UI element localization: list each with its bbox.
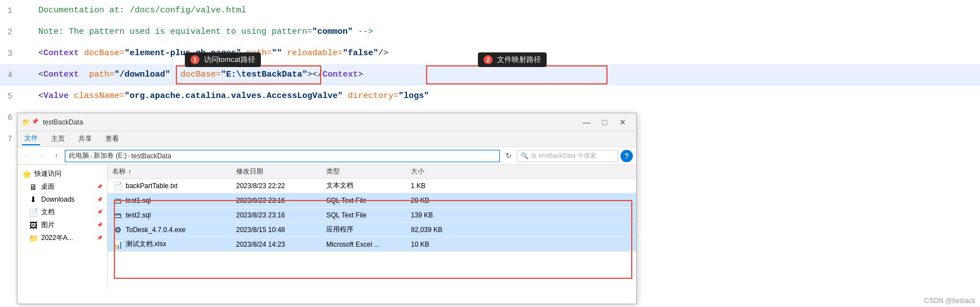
sidebar-downloads[interactable]: ⬇ Downloads 📌 xyxy=(17,193,107,206)
file-date-0: 2023/8/23 22:22 xyxy=(232,182,322,190)
sort-arrow-name: ↑ xyxy=(128,168,131,176)
line-number-3: 3 xyxy=(0,43,18,64)
csdn-watermark: CSDN @beiback xyxy=(924,297,975,305)
col-type-label: 类型 xyxy=(326,167,340,176)
folder-icon: 📁 xyxy=(22,118,30,126)
path-drive: 新加卷 (E:) xyxy=(94,151,127,161)
path-computer: 此电脑 xyxy=(69,151,89,161)
downloads-icon: ⬇ xyxy=(29,195,38,204)
folder-2022-icon: 📁 xyxy=(29,234,38,243)
sidebar: ⭐ 快速访问 🖥 桌面 📌 ⬇ Downloads 📌 📄 文档 📌 🖼 图片 xyxy=(17,165,108,289)
explorer-body: ⭐ 快速访问 🖥 桌面 📌 ⬇ Downloads 📌 📄 文档 📌 🖼 图片 xyxy=(17,165,636,289)
file-date-1: 2023/8/23 23:16 xyxy=(232,197,322,204)
line-number-1: 1 xyxy=(0,0,18,21)
file-name-label-1: test1.sql xyxy=(126,197,151,204)
line-number-7: 7 xyxy=(0,128,18,150)
file-size-1: 20 KB xyxy=(406,197,463,204)
file-size-0: 1 KB xyxy=(406,182,463,190)
pin-icon: 📌 xyxy=(32,118,38,126)
maximize-button[interactable]: □ xyxy=(596,114,614,130)
close-button[interactable]: ✕ xyxy=(614,114,632,130)
file-explorer-window: 📁 📌 testBackData — □ ✕ 文件 主页 共享 查看 ← → ↑… xyxy=(17,113,637,304)
file-row-2[interactable]: 🗃 test2.sql 2023/8/23 23:16 SQL Text Fil… xyxy=(108,208,636,223)
col-size[interactable]: 大小 xyxy=(406,167,463,176)
file-name-label-4: 测试文档.xlsx xyxy=(126,239,166,249)
ribbon-tab-home[interactable]: 主页 xyxy=(49,133,67,145)
code-line-2: 2 Note: The pattern used is equivalent t… xyxy=(0,21,980,43)
annotation-label-2: 文件映射路径 xyxy=(497,55,541,64)
pin-icon-downloads: 📌 xyxy=(97,197,103,202)
file-type-0: 文本文档 xyxy=(322,181,406,190)
line-content-5: <Valve className="org.apache.catalina.va… xyxy=(18,86,980,107)
col-name[interactable]: 名称 ↑ xyxy=(108,167,232,176)
file-size-2: 139 KB xyxy=(406,211,463,219)
annotation-tomcat-path: 1 访问tomcat路径 xyxy=(185,52,261,67)
sidebar-desktop[interactable]: 🖥 桌面 📌 xyxy=(17,180,107,193)
annotation-num-2: 2 xyxy=(484,55,493,64)
col-date[interactable]: 修改日期 xyxy=(232,167,322,176)
pin-icon-documents: 📌 xyxy=(97,210,103,215)
code-line-4: 4 <Context path="/download" docBase="E:\… xyxy=(0,64,980,86)
back-button[interactable]: ← xyxy=(21,150,33,162)
window-title: testBackData xyxy=(43,118,578,126)
line-number-6: 6 xyxy=(0,107,18,128)
col-size-label: 大小 xyxy=(411,167,424,176)
file-list: 名称 ↑ 修改日期 类型 大小 📄 backPartTable.txt xyxy=(108,165,636,289)
file-row-0[interactable]: 📄 backPartTable.txt 2023/8/23 22:22 文本文档… xyxy=(108,179,636,193)
file-name-label-2: test2.sql xyxy=(126,211,151,219)
annotation-file-path: 2 文件映射路径 xyxy=(478,52,547,67)
sidebar-label-pictures: 图片 xyxy=(41,220,55,230)
file-row-1[interactable]: 🗃 test1.sql 2023/8/23 23:16 SQL Text Fil… xyxy=(108,193,636,208)
window-controls: — □ ✕ xyxy=(578,114,632,130)
desktop-icon: 🖥 xyxy=(29,183,38,192)
pictures-icon: 🖼 xyxy=(29,221,38,230)
file-name-4: 📊 测试文档.xlsx xyxy=(108,239,232,249)
search-box[interactable]: 🔍 在 testBackData 中搜索 xyxy=(517,150,618,162)
file-type-1: SQL Text File xyxy=(322,197,406,204)
file-row-4[interactable]: 📊 测试文档.xlsx 2023/8/24 14:23 Microsoft Ex… xyxy=(108,237,636,252)
file-icon-4: 📊 xyxy=(112,240,123,249)
line-content-2: Note: The pattern used is equivalent to … xyxy=(18,21,980,43)
pin-icon-pictures: 📌 xyxy=(97,223,103,228)
documents-icon: 📄 xyxy=(29,208,38,217)
ribbon: 文件 主页 共享 查看 xyxy=(17,131,636,147)
file-name-0: 📄 backPartTable.txt xyxy=(108,181,232,190)
file-name-1: 🗃 test1.sql xyxy=(108,196,232,205)
sidebar-label-downloads: Downloads xyxy=(41,195,74,203)
file-name-label-0: backPartTable.txt xyxy=(126,182,178,190)
annotation-label-1: 访问tomcat路径 xyxy=(204,55,255,64)
sidebar-label-quick-access: 快速访问 xyxy=(34,169,61,179)
path-folder: testBackData xyxy=(131,152,171,160)
sidebar-label-2022: 2022年A... xyxy=(41,233,73,243)
forward-button[interactable]: → xyxy=(36,150,48,162)
file-name-3: ⚙ ToDesk_4.7.0.4.exe xyxy=(108,225,232,234)
file-row-3[interactable]: ⚙ ToDesk_4.7.0.4.exe 2023/8/15 10:48 应用程… xyxy=(108,223,636,237)
sidebar-quick-access[interactable]: ⭐ 快速访问 xyxy=(17,167,107,180)
line-number-5: 5 xyxy=(0,86,18,107)
col-date-label: 修改日期 xyxy=(236,167,263,176)
refresh-button[interactable]: ↻ xyxy=(502,150,515,162)
minimize-button[interactable]: — xyxy=(578,114,596,130)
line-number-2: 2 xyxy=(0,21,18,43)
sidebar-2022[interactable]: 📁 2022年A... 📌 xyxy=(17,232,107,244)
file-size-4: 10 KB xyxy=(406,241,463,248)
line-number-4: 4 xyxy=(0,64,18,86)
file-icon-3: ⚙ xyxy=(112,225,123,234)
ribbon-tab-file[interactable]: 文件 xyxy=(22,132,40,145)
ribbon-tab-view[interactable]: 查看 xyxy=(103,133,121,145)
col-type[interactable]: 类型 xyxy=(322,167,406,176)
help-button[interactable]: ? xyxy=(620,150,633,162)
search-icon: 🔍 xyxy=(521,152,529,159)
search-placeholder: 在 testBackData 中搜索 xyxy=(531,152,596,160)
pin-icon-desktop: 📌 xyxy=(97,184,103,189)
address-path[interactable]: 此电脑 › 新加卷 (E:) › testBackData xyxy=(65,150,500,162)
file-date-4: 2023/8/24 14:23 xyxy=(232,241,322,248)
sidebar-pictures[interactable]: 🖼 图片 📌 xyxy=(17,219,107,232)
annotation-num-1: 1 xyxy=(190,55,199,64)
file-name-2: 🗃 test2.sql xyxy=(108,211,232,220)
up-button[interactable]: ↑ xyxy=(50,150,63,162)
sidebar-documents[interactable]: 📄 文档 📌 xyxy=(17,206,107,219)
file-type-2: SQL Text File xyxy=(322,211,406,219)
col-name-label: 名称 xyxy=(112,167,126,176)
ribbon-tab-share[interactable]: 共享 xyxy=(76,133,94,145)
